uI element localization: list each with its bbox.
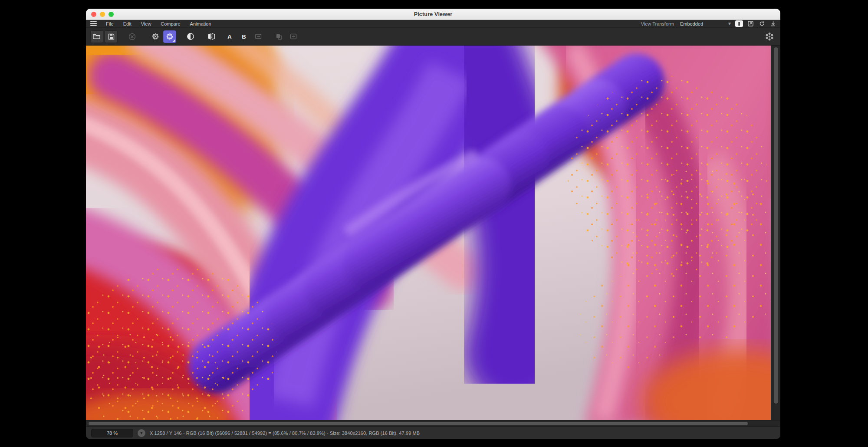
menu-file[interactable]: File bbox=[101, 21, 118, 26]
zoom-dropdown-button[interactable]: ▼ bbox=[138, 429, 145, 437]
titlebar[interactable]: Picture Viewer bbox=[86, 9, 780, 20]
discard-image-button bbox=[125, 30, 138, 43]
navigation-dots-button[interactable] bbox=[763, 30, 776, 43]
menu-view[interactable]: View bbox=[136, 21, 156, 26]
menu-animation[interactable]: Animation bbox=[185, 21, 216, 26]
zoom-level-field[interactable]: 78 % bbox=[91, 429, 133, 437]
single-view-layout-button[interactable] bbox=[735, 20, 743, 27]
pixel-info-text: X 1258 / Y 146 - RGB (16 Bit) (56096 / 5… bbox=[150, 431, 420, 436]
set-b-image-button[interactable]: B bbox=[237, 30, 250, 43]
menu-edit[interactable]: Edit bbox=[118, 21, 136, 26]
clear-cache-gear-button[interactable] bbox=[149, 30, 162, 43]
image-viewport[interactable] bbox=[86, 46, 771, 420]
rendered-image bbox=[86, 46, 771, 420]
hamburger-menu-icon[interactable] bbox=[90, 21, 97, 26]
vertical-scrollbar[interactable] bbox=[771, 46, 780, 420]
vertical-scrollbar-thumb[interactable] bbox=[774, 47, 778, 404]
toolbar: A B bbox=[86, 28, 780, 46]
traffic-lights bbox=[91, 12, 114, 17]
horizontal-scrollbar-thumb[interactable] bbox=[89, 422, 748, 425]
desktop-background: Picture Viewer File Edit View Compare An… bbox=[0, 0, 868, 447]
popout-window-icon[interactable] bbox=[746, 20, 754, 27]
window-title: Picture Viewer bbox=[414, 11, 453, 17]
scrollbar-corner bbox=[771, 421, 780, 426]
picture-viewer-window: Picture Viewer File Edit View Compare An… bbox=[86, 9, 780, 439]
set-a-image-button[interactable]: A bbox=[223, 30, 236, 43]
a-button-label: A bbox=[227, 33, 231, 40]
view-transform-label: View Transform bbox=[641, 21, 674, 26]
statusbar: 78 % ▼ X 1258 / Y 146 - RGB (16 Bit) (56… bbox=[86, 426, 780, 439]
render-settings-gear-button[interactable] bbox=[163, 30, 176, 43]
contrast-filter-button[interactable] bbox=[184, 30, 197, 43]
view-transform-dropdown[interactable]: Embedded ▼ bbox=[680, 21, 732, 26]
zoom-window-button[interactable] bbox=[108, 12, 114, 17]
close-window-button[interactable] bbox=[91, 12, 96, 17]
b-button-label: B bbox=[242, 33, 246, 40]
menu-compare[interactable]: Compare bbox=[156, 21, 185, 26]
compare-ab-button[interactable] bbox=[205, 30, 218, 43]
chevron-down-icon: ▼ bbox=[727, 21, 732, 26]
refresh-icon[interactable] bbox=[758, 20, 766, 27]
download-image-icon[interactable] bbox=[769, 20, 777, 27]
menubar: File Edit View Compare Animation View Tr… bbox=[86, 20, 780, 28]
copy-image-button bbox=[273, 30, 286, 43]
paste-image-button bbox=[287, 30, 300, 43]
open-file-button[interactable] bbox=[90, 30, 103, 43]
view-transform-value: Embedded bbox=[680, 21, 703, 26]
minimize-window-button[interactable] bbox=[100, 12, 105, 17]
flyout-indicator bbox=[173, 39, 175, 42]
save-image-button[interactable] bbox=[105, 30, 118, 43]
swap-ab-button bbox=[252, 30, 265, 43]
horizontal-scrollbar[interactable] bbox=[86, 421, 771, 426]
